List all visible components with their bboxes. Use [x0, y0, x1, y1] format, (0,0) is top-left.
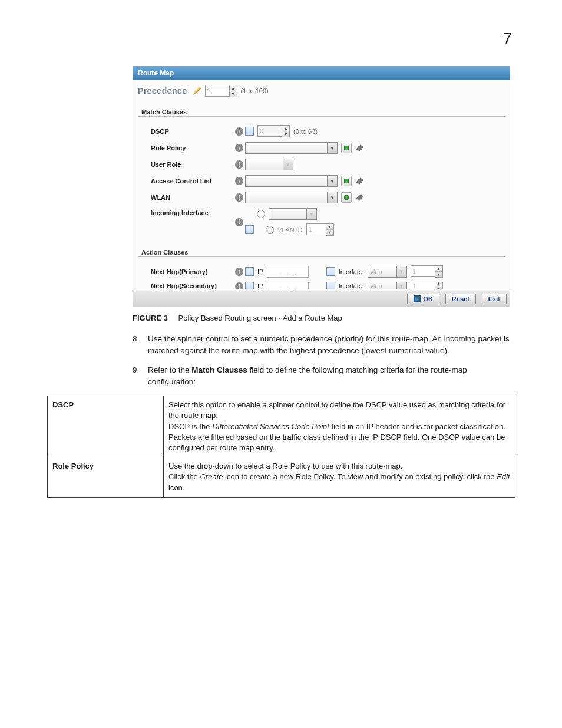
secondary-ip-checkbox[interactable]: [245, 282, 254, 289]
secondary-interface-type-dropdown[interactable]: ▼: [368, 282, 407, 289]
table-cell-dscp-desc: Select this option to enable a spinner c…: [164, 396, 515, 457]
incoming-interface-checkbox[interactable]: [245, 225, 254, 234]
match-clauses-table: DSCP Select this option to enable a spin…: [47, 396, 515, 498]
info-icon[interactable]: i: [235, 177, 243, 185]
next-hop-primary-label: Next Hop(Primary): [151, 268, 233, 275]
table-cell-rolepolicy-name: Role Policy: [48, 457, 164, 498]
spinner-up-icon[interactable]: ▲: [326, 224, 333, 230]
acl-dropdown[interactable]: ▼: [245, 175, 338, 187]
dscp-input[interactable]: [257, 125, 282, 137]
info-icon[interactable]: i: [235, 282, 243, 289]
info-icon[interactable]: i: [235, 127, 243, 136]
table-row: DSCP Select this option to enable a spin…: [48, 396, 515, 457]
primary-interface-value-spinner[interactable]: ▲▼: [411, 265, 443, 278]
create-icon[interactable]: [341, 143, 352, 153]
secondary-interface-checkbox[interactable]: [326, 282, 335, 289]
chevron-down-icon[interactable]: ▼: [306, 208, 317, 220]
panel-body: Precedence ▲▼ (1 to 100) Match Clauses D…: [133, 80, 510, 291]
pencil-icon: [193, 87, 201, 95]
reset-button[interactable]: Reset: [445, 294, 476, 304]
table-cell-dscp-name: DSCP: [48, 396, 164, 457]
role-policy-dropdown[interactable]: ▼: [245, 142, 338, 154]
chevron-down-icon[interactable]: ▼: [327, 142, 338, 154]
wlan-dropdown[interactable]: ▼: [245, 192, 338, 203]
primary-interface-checkbox[interactable]: [326, 267, 335, 276]
step-8: 8. Use the spinner control to set a nume…: [133, 333, 512, 356]
vlan-id-label: VLAN ID: [277, 226, 303, 233]
incoming-interface-radio-a[interactable]: [257, 210, 265, 218]
primary-interface-type-dropdown[interactable]: ▼: [368, 266, 407, 278]
primary-interface-value-input[interactable]: [411, 265, 435, 277]
chevron-down-icon[interactable]: ▼: [283, 159, 293, 170]
panel-footer: OK Reset Exit: [133, 291, 510, 307]
primary-ip-label: IP: [257, 268, 263, 275]
info-icon[interactable]: i: [235, 160, 243, 169]
action-clauses-header: Action Clauses: [138, 242, 505, 257]
secondary-interface-value-spinner[interactable]: ▲▼: [411, 282, 443, 289]
incoming-interface-dropdown[interactable]: ▼: [269, 208, 317, 220]
user-role-dropdown[interactable]: ▼: [245, 159, 293, 170]
info-icon[interactable]: i: [235, 144, 243, 152]
precedence-spinner[interactable]: ▲▼: [205, 85, 237, 97]
role-policy-label: Role Policy: [151, 144, 233, 151]
precedence-label: Precedence: [138, 86, 187, 95]
precedence-range: (1 to 100): [241, 87, 269, 94]
step-9: 9. Refer to the Match Clauses field to d…: [133, 364, 512, 387]
table-row: Role Policy Use the drop-down to select …: [48, 457, 515, 498]
secondary-ip-label: IP: [257, 282, 263, 289]
info-icon[interactable]: i: [235, 193, 243, 202]
gear-icon[interactable]: [355, 193, 365, 202]
secondary-interface-value-input[interactable]: [411, 282, 435, 289]
step-9-text: Refer to the Match Clauses field to defi…: [148, 364, 512, 387]
chevron-down-icon[interactable]: ▼: [396, 266, 407, 278]
secondary-interface-label: Interface: [339, 282, 364, 289]
spinner-down-icon[interactable]: ▼: [282, 131, 289, 137]
chevron-down-icon[interactable]: ▼: [327, 192, 338, 203]
exit-button[interactable]: Exit: [482, 294, 507, 304]
primary-interface-label: Interface: [339, 268, 364, 275]
dscp-spinner[interactable]: ▲▼: [257, 125, 290, 137]
gear-icon[interactable]: [355, 143, 365, 153]
incoming-interface-label: Incoming Interface: [151, 208, 233, 216]
ok-button[interactable]: OK: [407, 294, 439, 304]
page-number: 7: [47, 29, 515, 48]
figure-caption-text: Policy Based Routing screen - Add a Rout…: [178, 314, 342, 322]
vlan-id-input[interactable]: [306, 223, 326, 235]
chevron-down-icon[interactable]: ▼: [396, 282, 407, 289]
spinner-up-icon[interactable]: ▲: [282, 126, 289, 131]
info-icon[interactable]: i: [235, 268, 243, 276]
precedence-input[interactable]: [205, 85, 230, 97]
spinner-up-icon[interactable]: ▲: [435, 266, 442, 272]
wlan-label: WLAN: [151, 194, 233, 201]
primary-ip-checkbox[interactable]: [245, 267, 254, 276]
gear-icon[interactable]: [355, 176, 365, 186]
vlan-id-spinner[interactable]: ▲▼: [306, 223, 334, 236]
figure-label: FIGURE 3: [133, 314, 168, 322]
spinner-down-icon[interactable]: ▼: [326, 230, 333, 235]
create-icon[interactable]: [341, 176, 352, 186]
table-cell-rolepolicy-desc: Use the drop-down to select a Role Polic…: [164, 457, 515, 498]
screenshot-route-map-dialog: Route Map Precedence ▲▼ (1 to 100) Match…: [133, 66, 510, 307]
acl-label: Access Control List: [151, 177, 233, 185]
incoming-interface-radio-b[interactable]: [266, 226, 274, 234]
dscp-label: DSCP: [151, 128, 233, 135]
step-8-number: 8.: [133, 333, 148, 356]
secondary-ip-input[interactable]: ...: [267, 282, 308, 289]
chevron-down-icon[interactable]: ▼: [327, 175, 338, 187]
panel-title: Route Map: [133, 67, 510, 80]
figure-caption: FIGURE 3 Policy Based Routing screen - A…: [133, 314, 512, 322]
spinner-down-icon[interactable]: ▼: [230, 91, 237, 97]
dscp-range: (0 to 63): [293, 128, 318, 135]
primary-ip-input[interactable]: ...: [267, 266, 308, 278]
match-clauses-header: Match Clauses: [138, 101, 505, 117]
next-hop-secondary-label: Next Hop(Secondary): [151, 282, 233, 289]
step-8-text: Use the spinner control to set a numeric…: [148, 333, 512, 356]
create-icon[interactable]: [341, 192, 352, 203]
spinner-down-icon[interactable]: ▼: [435, 272, 442, 277]
spinner-down-icon[interactable]: ▼: [435, 286, 442, 290]
info-icon[interactable]: i: [235, 218, 243, 226]
spinner-up-icon[interactable]: ▲: [230, 85, 237, 91]
dscp-checkbox[interactable]: [245, 127, 254, 136]
user-role-label: User Role: [151, 161, 233, 168]
step-9-number: 9.: [133, 364, 148, 387]
